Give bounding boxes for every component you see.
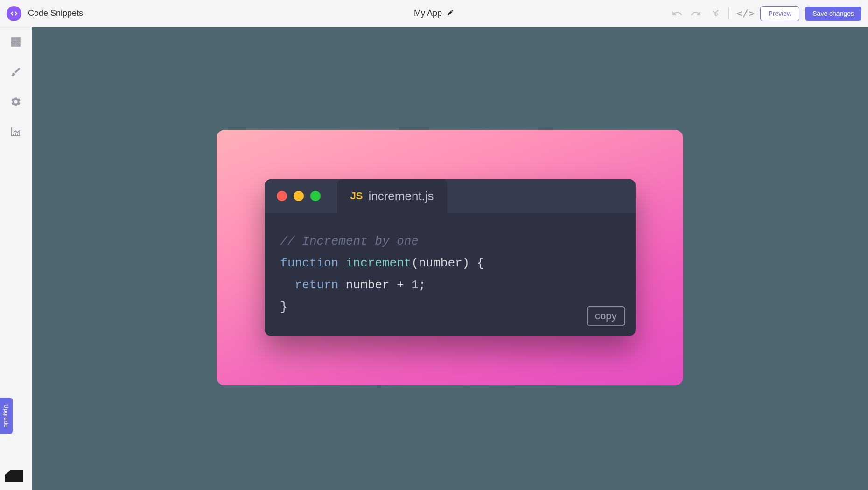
copy-button[interactable]: copy: [587, 306, 625, 326]
code-semi: ;: [419, 278, 426, 292]
code-paren-close: ) {: [462, 256, 484, 270]
code-expr: number +: [338, 278, 411, 292]
code-comment: // Increment by one: [280, 234, 419, 248]
redo-icon[interactable]: [689, 7, 702, 20]
header-title: Code Snippets: [28, 8, 83, 18]
chart-icon[interactable]: [9, 125, 22, 138]
gear-icon[interactable]: [9, 95, 22, 108]
code-body[interactable]: // Increment by one function increment(n…: [265, 213, 636, 336]
code-param: number: [419, 256, 462, 270]
canvas[interactable]: JS increment.js // Increment by one func…: [32, 27, 868, 490]
app-name: My App: [414, 8, 442, 18]
window-header: JS increment.js: [265, 179, 636, 213]
code-window: JS increment.js // Increment by one func…: [265, 179, 636, 336]
save-button[interactable]: Save changes: [805, 7, 861, 21]
code-keyword: function: [280, 256, 339, 270]
code-keyword-return: return: [295, 278, 339, 292]
code-number: 1: [411, 278, 419, 292]
file-tab[interactable]: JS increment.js: [337, 179, 447, 213]
close-dot-icon: [277, 191, 287, 201]
maximize-dot-icon: [310, 191, 321, 201]
sidebar: Upgrade: [0, 27, 32, 490]
code-toggle-icon[interactable]: </>: [736, 7, 755, 19]
app-logo-icon[interactable]: [7, 6, 21, 21]
brush-icon[interactable]: [9, 65, 22, 78]
js-badge-icon: JS: [350, 190, 363, 202]
corner-flag-icon[interactable]: [5, 470, 23, 482]
upgrade-button[interactable]: Upgrade: [0, 398, 13, 434]
hammer-icon[interactable]: [708, 7, 721, 20]
filename: increment.js: [368, 189, 434, 203]
code-close-brace: }: [280, 300, 288, 314]
code-paren: (: [411, 256, 419, 270]
grid-icon[interactable]: [9, 35, 22, 49]
header-bar: Code Snippets My App </> Preview Save ch…: [0, 0, 868, 27]
header-divider: [728, 8, 729, 19]
minimize-dot-icon: [294, 191, 304, 201]
edit-icon[interactable]: [447, 9, 454, 18]
preview-button[interactable]: Preview: [760, 6, 799, 21]
undo-icon[interactable]: [671, 7, 684, 20]
code-function-name: increment: [346, 256, 411, 270]
traffic-lights: [277, 191, 321, 201]
snippet-card[interactable]: JS increment.js // Increment by one func…: [217, 130, 683, 385]
